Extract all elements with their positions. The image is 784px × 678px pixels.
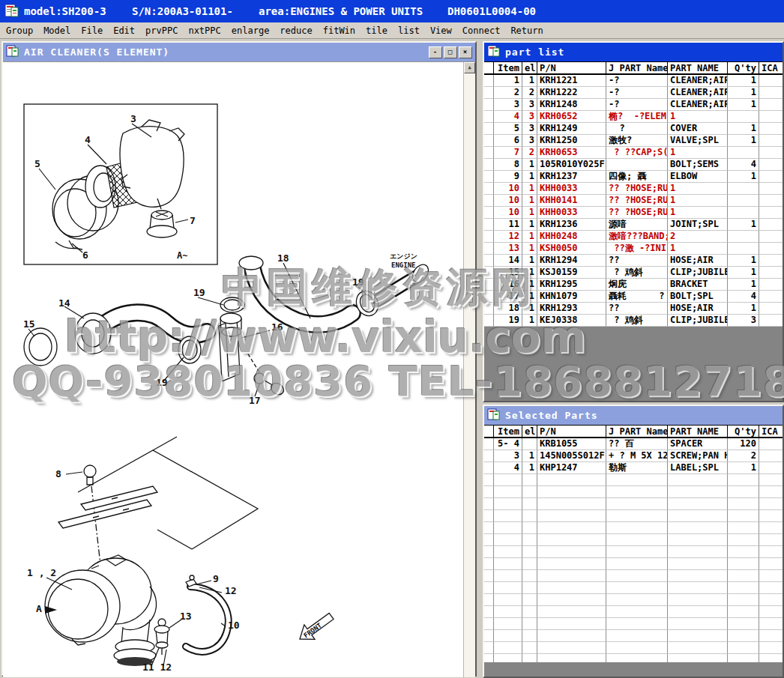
app-titlebar[interactable]: model:SH200-3 S/N:200A3-01101- area:ENGI…	[0, 0, 784, 22]
menu-item-fitwin[interactable]: fitWin	[323, 25, 355, 36]
table-row[interactable]: 63KRH1250激牧?VALVE;SPL1	[484, 135, 783, 147]
cell-qty: 1	[728, 267, 759, 279]
menu-item-connect[interactable]: Connect	[462, 25, 501, 36]
table-row	[484, 570, 783, 582]
cell-partname: 1	[668, 147, 728, 159]
callout-8[interactable]: 8	[55, 468, 61, 479]
cell-level	[522, 438, 537, 450]
cell-sel	[484, 618, 494, 630]
table-row[interactable]: 101KHH0033?? ?HOSE;RUI1	[484, 183, 783, 195]
menu-item-prvppc[interactable]: prvPPC	[145, 25, 178, 36]
table-row[interactable]: 53KRH1249 ?COVER1	[484, 123, 783, 135]
cell-partname	[668, 606, 728, 618]
diagram-canvas[interactable]: 34567A~18エンジンENGINE1919141516191781 , 2A…	[3, 61, 475, 677]
table-row[interactable]: 171KHN1079聶耗 ?BOLT;SPL4	[484, 291, 783, 303]
cell-jpartname: 炯庑	[606, 279, 668, 291]
callout-13[interactable]: 13	[180, 611, 192, 622]
cell-level: 1	[522, 183, 537, 195]
cell-item	[494, 618, 522, 630]
table-row[interactable]: 22KRH1222-?CLEANER;AIR1	[484, 87, 783, 99]
close-button[interactable]: ×	[459, 46, 472, 58]
cell-pn: KRH1221	[537, 75, 606, 87]
table-row[interactable]: 151KSJ0159 ? 鸡斜CLIP;JUBILE1	[484, 267, 783, 279]
callout-エンジン[interactable]: エンジン	[390, 252, 417, 260]
callout-19[interactable]: 19	[156, 377, 168, 388]
table-row[interactable]: 5- 4KRB1055?? 百SPACER120	[484, 438, 783, 450]
table-row[interactable]: 111KRH1236源喑JOINT;SPL1	[484, 219, 783, 231]
table-row[interactable]: 101KHH0033?? ?HOSE;RUI1	[484, 207, 783, 219]
cell-partname: CLIP;JUBILE	[668, 315, 728, 327]
table-row[interactable]: 43KRH0652椭? -?ELEM1	[484, 111, 783, 123]
cell-level	[522, 606, 537, 618]
diagram-window: AIR CLEANER(S ELEMENT) - □ ×	[1, 41, 477, 677]
table-row[interactable]: 141KRH1294??HOSE;AIR1	[484, 255, 783, 267]
table-row[interactable]: 11KRH1221-?CLEANER;AIR1	[484, 75, 783, 87]
table-row[interactable]: 191KEJ0338 ? 鸡斜CLIP;JUBILE3	[484, 315, 783, 327]
callout-A[interactable]: A	[36, 603, 42, 614]
part-list-titlebar[interactable]: part list	[484, 43, 783, 61]
callout-19[interactable]: 19	[193, 287, 205, 298]
diagram-window-titlebar[interactable]: AIR CLEANER(S ELEMENT) - □ ×	[3, 43, 475, 61]
callout-7[interactable]: 7	[190, 215, 196, 226]
table-row[interactable]: 121KHH0248激喑???BAND;2	[484, 231, 783, 243]
menu-item-file[interactable]: File	[81, 25, 103, 36]
cell-pn: KRB1055	[537, 438, 606, 450]
diagram-vertical-scrollbar[interactable]: ▲	[463, 62, 475, 677]
menu-item-list[interactable]: list	[398, 25, 420, 36]
cell-ica	[759, 522, 783, 534]
cell-sel	[484, 231, 494, 243]
callout-1-,-2[interactable]: 1 , 2	[27, 567, 56, 578]
callout-3[interactable]: 3	[130, 113, 136, 124]
menu-item-return[interactable]: Return	[510, 25, 543, 36]
table-row[interactable]: 33KRH1248-?CLEANER;AIR1	[484, 99, 783, 111]
callout-10[interactable]: 10	[228, 620, 240, 631]
callout-9[interactable]: 9	[213, 573, 219, 584]
callout-17[interactable]: 17	[249, 395, 261, 406]
table-row[interactable]: 161KRH1295炯庑BRACKET1	[484, 279, 783, 291]
table-row[interactable]: 101KHH0141?? ?HOSE;RUI1	[484, 195, 783, 207]
callout-15[interactable]: 15	[23, 318, 35, 330]
maximize-button[interactable]: □	[444, 46, 457, 58]
callout-A~[interactable]: A~	[177, 250, 187, 261]
callout-14[interactable]: 14	[58, 297, 70, 309]
table-row[interactable]: 81105R010Y025FBOLT;SEMS4	[484, 159, 783, 171]
menu-item-model[interactable]: Model	[43, 25, 70, 36]
menu-item-edit[interactable]: Edit	[113, 25, 135, 36]
table-row[interactable]: 41KHP1247勒斯LABEL;SPL1	[484, 462, 783, 474]
callout-12[interactable]: 12	[225, 585, 237, 596]
menu-item-nxtppc[interactable]: nxtPPC	[188, 25, 220, 36]
cell-sel	[484, 630, 494, 642]
menu-item-tile[interactable]: tile	[366, 25, 388, 36]
scroll-up-icon[interactable]: ▲	[464, 62, 475, 73]
cell-pn: KRH1293	[537, 303, 606, 315]
minimize-button[interactable]: -	[429, 46, 442, 58]
callout-11-12[interactable]: 11 12	[142, 662, 172, 673]
cell-item: 3	[494, 99, 522, 111]
menu-item-group[interactable]: Group	[6, 25, 33, 36]
cell-item: 5	[494, 123, 522, 135]
callout-6[interactable]: 6	[82, 249, 88, 261]
table-row[interactable]: 181KRH1293??HOSE;AIR1	[484, 303, 783, 315]
selected-parts-titlebar[interactable]: Selected Parts	[484, 406, 783, 425]
menu-item-view[interactable]: View	[430, 25, 452, 36]
table-row[interactable]: 72KRH0653 ? ??CAP;S(1	[484, 147, 783, 159]
cell-pn: KRH1237	[537, 171, 606, 183]
table-row[interactable]: 131KSH0050 ??激 -?INI1	[484, 243, 783, 255]
cell-pn: KHN1079	[537, 291, 606, 303]
callout-4[interactable]: 4	[85, 134, 91, 145]
callout-19[interactable]: 19	[352, 276, 364, 288]
callout-16[interactable]: 16	[271, 321, 283, 333]
cell-ica	[759, 315, 783, 327]
callout-5[interactable]: 5	[34, 158, 40, 169]
callout-ENGINE[interactable]: ENGINE	[391, 261, 416, 269]
cell-partname: BOLT;SEMS	[668, 159, 728, 171]
table-header-row[interactable]: ItemelP/NJ PART NamePART NAMEQ'tyICA	[484, 62, 783, 75]
menu-item-enlarge[interactable]: enlarge	[232, 25, 270, 36]
cell-level: 1	[522, 75, 537, 87]
table-row[interactable]: 31145N005S012F+ ? M 5X 12SCREW;PAN H2	[484, 450, 783, 462]
callout-18[interactable]: 18	[277, 252, 289, 264]
menu-item-reduce[interactable]: reduce	[280, 25, 312, 36]
table-row[interactable]: 91KRH1237四像; 聶ELBOW1	[484, 171, 783, 183]
cell-jpartname	[606, 522, 668, 534]
table-header-row[interactable]: ItemelP/NJ PART NamePART NAMEQ'tyICA	[484, 426, 783, 438]
